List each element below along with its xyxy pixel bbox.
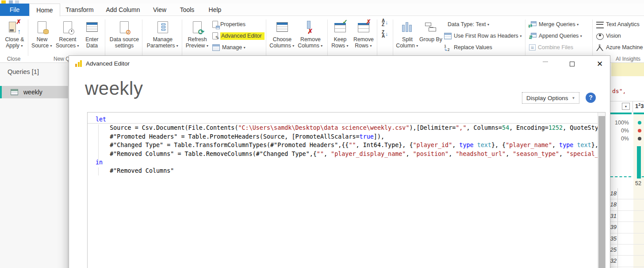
new-source-icon <box>38 21 46 33</box>
advanced-editor-dialog: Advanced Editor ✕ weekly Display Options… <box>69 55 610 268</box>
quality-error-pct: 0% <box>610 128 629 134</box>
help-icon[interactable]: ? <box>586 93 596 103</box>
ribbon-tab-strip: File Home Transform Add Column View Tool… <box>0 4 644 16</box>
preview-rows: 18 18 31 39 35 25 32 <box>610 188 644 267</box>
tab-help[interactable]: Help <box>203 4 227 16</box>
chevron-down-icon: ▼ <box>572 96 575 100</box>
table-icon <box>11 89 18 95</box>
filter-dropdown-icon[interactable]: ▼ <box>622 103 630 110</box>
vision-button[interactable]: Vision <box>596 31 621 41</box>
azure-ml-button[interactable]: Azure Machine <box>596 43 643 52</box>
power-bi-logo-icon <box>75 60 82 67</box>
query-name-heading: weekly <box>85 78 143 99</box>
close-button[interactable]: ✕ <box>593 59 606 69</box>
tab-home[interactable]: Home <box>29 4 60 16</box>
append-queries-button[interactable]: ⇵ Append Queries▼ <box>529 31 583 41</box>
merge-queries-icon: ⇄ <box>529 21 537 28</box>
sort-ascending-button[interactable]: AZ↓ <box>379 18 391 27</box>
display-options-dropdown[interactable]: Display Options▼ <box>522 92 579 104</box>
manage-button[interactable]: Manage▼ <box>212 43 246 52</box>
query-item-weekly[interactable]: weekly <box>0 86 68 98</box>
scrollbar-thumb[interactable] <box>598 116 605 268</box>
dialog-title: Advanced Editor <box>86 60 130 67</box>
data-source-settings-button[interactable]: ⚙ Data source settings <box>107 19 141 57</box>
azure-machine-learning-icon <box>596 44 604 51</box>
tab-tools[interactable]: Tools <box>174 4 200 16</box>
distribution-histogram-bar <box>637 146 641 179</box>
replace-values-icon: 1↳2 <box>444 44 452 51</box>
table-row: 18 <box>610 188 644 199</box>
use-first-row-icon <box>444 33 452 39</box>
query-item-label: weekly <box>23 89 42 96</box>
recent-sources-button[interactable]: Recent Sources▼ <box>54 19 81 57</box>
group-by-button[interactable]: Group By <box>419 19 442 57</box>
properties-button[interactable]: Properties <box>212 19 245 29</box>
minimize-button[interactable] <box>539 59 552 69</box>
advanced-editor-button[interactable]: ✎ Advanced Editor <box>212 31 264 41</box>
save-icon <box>9 0 13 4</box>
table-row: 32 <box>610 256 644 267</box>
group-separator <box>592 19 593 56</box>
tab-file[interactable]: File <box>0 4 29 16</box>
column-header-separator <box>632 101 633 113</box>
data-source-settings-icon: ⚙ <box>120 21 129 33</box>
merge-queries-button[interactable]: ⇄ Merge Queries▼ <box>529 19 579 29</box>
choose-columns-button[interactable]: Choose Columns▼ <box>268 19 296 57</box>
close-apply-icon: ✗↑ <box>9 21 20 33</box>
table-row: 31 <box>610 211 644 222</box>
tab-transform[interactable]: Transform <box>62 4 97 16</box>
manage-parameters-icon <box>157 21 168 33</box>
vertical-scrollbar[interactable] <box>598 113 605 268</box>
selected-accent-bar <box>0 86 2 98</box>
split-column-button[interactable]: Split Column▼ <box>395 19 419 57</box>
tab-view[interactable]: View <box>147 4 172 16</box>
combine-files-button: ⇊ Combine Files <box>529 43 573 52</box>
append-queries-icon: ⇵ <box>529 33 537 39</box>
maximize-button[interactable] <box>565 59 579 69</box>
quality-valid-pct: 100% <box>610 120 629 126</box>
table-row: 25 <box>610 245 644 256</box>
replace-values-button[interactable]: 1↳2 Replace Values <box>444 43 492 52</box>
group-separator <box>266 19 266 56</box>
formula-text-fragment: ds", <box>612 88 626 94</box>
sort-descending-button[interactable]: ZA↓ <box>379 29 391 39</box>
text-analytics-button[interactable]: Text Analytics <box>596 19 640 29</box>
keep-rows-icon: ✓ <box>334 22 346 32</box>
enter-data-icon <box>86 22 98 32</box>
use-first-row-button[interactable]: Use First Row as Headers▼ <box>444 31 522 41</box>
tab-add-column[interactable]: Add Column <box>101 4 145 16</box>
data-preview-sliver: ds", ▼ 123 100% 0% 0% 52 18 18 31 39 35 … <box>610 63 644 268</box>
advanced-editor-icon: ✎ <box>212 32 218 39</box>
code-editor[interactable]: let Source = Csv.Document(File.Contents(… <box>87 112 606 268</box>
new-source-button[interactable]: New Source▼ <box>30 19 54 57</box>
data-type-button[interactable]: Data Type: Text▼ <box>448 19 490 29</box>
group-by-icon <box>425 22 437 32</box>
combine-files-icon: ⇊ <box>529 44 536 50</box>
group-separator <box>105 19 105 56</box>
refresh-preview-button[interactable]: ⟳ Refresh Preview▼ <box>184 19 210 57</box>
table-row: 35 <box>610 233 644 245</box>
manage-parameters-button[interactable]: Manage Parameters▼ <box>145 19 181 57</box>
queries-panel-header: Queries [1] <box>8 68 39 75</box>
code-lines: let Source = Csv.Document(File.Contents(… <box>88 115 598 175</box>
distribution-dashed-baseline <box>642 176 644 177</box>
queries-panel: Queries [1] weekly <box>0 63 68 268</box>
advanced-editor-highlight: Advanced Editor <box>220 32 264 40</box>
split-column-icon <box>402 21 413 33</box>
column-quality-bar <box>633 113 644 114</box>
group-separator <box>393 19 393 56</box>
close-apply-button[interactable]: ✗↑ Close & Apply▼ <box>2 19 27 57</box>
enter-data-button[interactable]: Enter Data <box>81 19 103 57</box>
group-separator <box>525 19 525 56</box>
distribution-dashed-baseline <box>610 176 631 177</box>
keep-rows-button[interactable]: ✓ Keep Rows▼ <box>329 19 351 57</box>
column-quality-bar <box>610 113 632 114</box>
table-row: 39 <box>610 222 644 233</box>
group-separator <box>28 19 28 56</box>
group-separator <box>182 19 182 56</box>
numeric-type-icon[interactable]: 123 <box>635 102 644 109</box>
remove-columns-icon: ✗ <box>305 21 316 33</box>
remove-rows-button[interactable]: ✗ Remove Rows▼ <box>351 19 376 57</box>
power-query-editor-window: File Home Transform Add Column View Tool… <box>0 0 644 268</box>
remove-columns-button[interactable]: ✗ Remove Columns▼ <box>296 19 325 57</box>
